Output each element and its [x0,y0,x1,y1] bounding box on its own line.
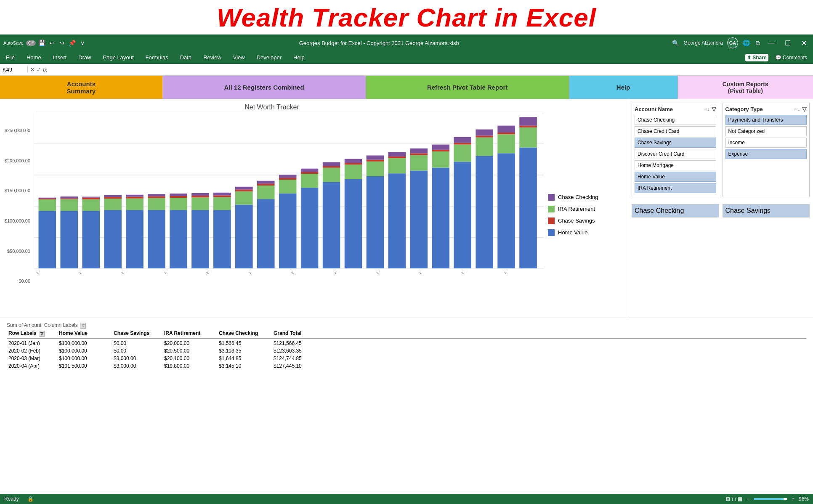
svg-rect-45 [235,190,253,191]
svg-rect-75 [410,171,428,269]
undo-icon[interactable]: ↩ [48,39,56,47]
tab-file[interactable]: File [4,53,16,61]
zoom-slider[interactable] [754,498,787,500]
tab-insert[interactable]: Insert [51,53,69,61]
tab-view[interactable]: View [231,53,247,61]
comments-button[interactable]: 💬 Comments [773,54,809,61]
close-btn[interactable]: ✕ [798,37,810,49]
minimize-btn[interactable]: — [766,37,778,49]
account-filter-filter-icon[interactable]: ▽ [712,106,716,112]
svg-rect-64 [345,164,362,179]
category-filter-item-income[interactable]: Income [725,138,807,148]
restore-icon[interactable]: ⧉ [754,39,762,47]
account-filter-item-chase-credit-card[interactable]: Chase Credit Card [635,126,716,136]
tab-page-layout[interactable]: Page Layout [101,53,136,61]
account-filter-item-chase-savings[interactable]: Chase Savings [635,138,716,148]
redo-icon[interactable]: ↪ [58,39,66,47]
account-filter-item-home-mortgage[interactable]: Home Mortgage [635,160,716,170]
tab-review[interactable]: Review [202,53,223,61]
account-filter-item-home-value[interactable]: Home Value [635,172,716,182]
custom-reports-label: Custom Reports(Pivot Table) [723,81,768,94]
normal-view-icon[interactable]: ⊞ [726,496,730,502]
tab-formulas[interactable]: Formulas [144,53,170,61]
svg-rect-41 [213,196,231,197]
svg-rect-11 [60,211,78,268]
share-button[interactable]: ⬆ Share [745,54,768,61]
cell-cc-apr: $3,145.10 [217,362,272,370]
globe-icon[interactable]: 🌐 [742,39,750,47]
svg-rect-92 [497,134,515,153]
save-icon[interactable]: 💾 [38,39,46,47]
autosave-toggle[interactable]: Off [26,40,36,46]
formula-input[interactable] [50,66,810,73]
cell-reference[interactable]: K49 [3,66,28,73]
svg-rect-78 [410,149,428,154]
account-filter-sort-icon[interactable]: ≡↓ [703,106,709,112]
refresh-pivot-label: Refresh Pivot Table Report [427,84,507,91]
category-filter-item-payments[interactable]: Payments and Transfers [725,115,807,125]
svg-rect-87 [476,156,493,269]
bar-group-8 [191,193,209,268]
account-filter-item-discover[interactable]: Discover Credit Card [635,149,716,159]
insert-function-icon[interactable]: fx [43,66,47,73]
account-filter-item-ira[interactable]: IRA Retirement [635,183,716,193]
refresh-pivot-button[interactable]: Refresh Pivot Table Report [366,76,569,99]
confirm-formula-icon[interactable]: ✓ [37,66,41,73]
svg-rect-37 [191,196,209,197]
x-label-7: 2021-01 (Jan) [290,272,322,275]
page-layout-view-icon[interactable]: ◻ [732,496,736,502]
tab-home[interactable]: Home [25,53,43,61]
tab-data[interactable]: Data [178,53,193,61]
zoom-minus-icon[interactable]: − [747,496,749,502]
bar-group-10 [235,187,253,268]
tab-help[interactable]: Help [292,53,306,61]
zoom-plus-icon[interactable]: + [792,496,794,502]
category-filter-panel: Category Type ≡↓ ▽ Payments and Transfer… [723,103,810,197]
cell-hv-mar: $100,000.00 [57,355,112,362]
category-filter-item-expense[interactable]: Expense [725,149,807,159]
tab-draw[interactable]: Draw [77,53,93,61]
maximize-btn[interactable]: ☐ [782,37,794,49]
row-labels-filter-icon[interactable]: ▽ [39,331,45,337]
cell-cs-jan: $0.00 [112,340,162,347]
svg-rect-85 [454,143,471,145]
ready-status: Ready [4,496,19,502]
all-registers-button[interactable]: All 12 Registers Combined [162,76,366,99]
svg-rect-53 [279,178,297,180]
svg-rect-15 [82,211,100,268]
column-labels-filter-icon[interactable]: ▽ [80,323,86,329]
svg-rect-80 [432,151,450,168]
more-icon[interactable]: ∨ [79,39,86,47]
accounts-summary-label: AccountsSummary [67,80,96,95]
svg-rect-48 [257,186,275,199]
table-row: 2020-03 (Mar) $100,000.00 $3,000.00 $20,… [7,355,806,362]
category-filter-sort-icon[interactable]: ≡↓ [794,106,800,112]
chart-svg [34,113,544,268]
category-filter-filter-icon[interactable]: ▽ [802,106,807,112]
cancel-formula-icon[interactable]: ✕ [30,66,35,73]
bar-group-12 [279,175,297,269]
accounts-summary-button[interactable]: AccountsSummary [0,76,162,99]
tab-developer[interactable]: Developer [255,53,283,61]
page-break-view-icon[interactable]: ▦ [738,496,742,502]
x-label-8: 2021-03 (Mar) [333,272,365,275]
category-filter-item-not-categorized[interactable]: Not Categorized [725,126,807,136]
svg-rect-12 [60,199,78,211]
y-label-200k: $200,000.00 [5,158,30,163]
pivot-sum-label: Sum of Amount Column Labels ▽ [7,322,806,329]
svg-rect-31 [170,210,187,268]
bar-group-18 [410,149,428,268]
help-button[interactable]: Help [569,76,678,99]
cell-cc-mar: $1,644.85 [217,355,272,362]
cell-hv-feb: $100,000.00 [57,347,112,355]
search-icon[interactable]: 🔍 [672,39,680,47]
legend-label-home-value: Home Value [558,229,588,236]
bar-group-16 [367,156,384,269]
filename-label: Georges Budget for Excel - Copyright 202… [86,40,672,46]
svg-rect-71 [388,173,406,268]
account-filter-item-chase-checking[interactable]: Chase Checking [635,115,716,125]
custom-reports-button[interactable]: Custom Reports(Pivot Table) [678,76,813,99]
svg-rect-84 [454,145,471,162]
pin-icon[interactable]: 📌 [69,39,76,47]
svg-rect-49 [257,184,275,186]
